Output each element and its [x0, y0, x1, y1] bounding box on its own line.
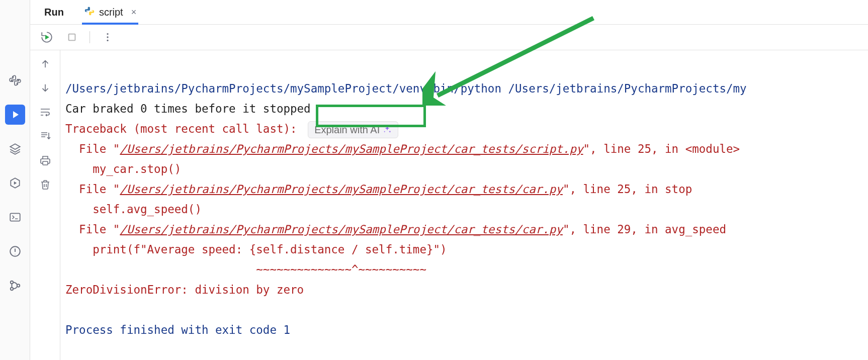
tab-script[interactable]: script ×	[84, 0, 136, 24]
command-args: /Users/jetbrains/PycharmProjects/my	[501, 82, 747, 95]
error-message: ZeroDivisionError: division by zero	[65, 283, 304, 296]
print-icon[interactable]	[38, 153, 53, 168]
left-tool-rail	[0, 0, 30, 360]
run-tool-icon[interactable]	[5, 105, 25, 125]
trash-icon[interactable]	[38, 177, 53, 192]
down-arrow-icon[interactable]	[38, 80, 53, 96]
exit-code-line: Process finished with exit code 1	[65, 323, 290, 336]
console-output: /Users/jetbrains/PycharmProjects/mySampl…	[60, 50, 868, 360]
trace-location: ", line 25, in <module>	[583, 142, 740, 155]
services-icon[interactable]	[5, 173, 25, 193]
stdout-line: Car braked 0 times before it stopped	[65, 102, 311, 115]
run-toolbar	[30, 25, 868, 50]
svg-point-5	[10, 288, 13, 290]
traceback-header: Traceback (most recent call last):	[65, 122, 297, 135]
run-tabs-bar: Run script ×	[30, 0, 868, 25]
explain-with-ai-label: Explain with AI	[314, 123, 380, 137]
trace-call: self.avg_speed()	[65, 203, 202, 216]
svg-point-11	[107, 36, 108, 38]
svg-point-7	[87, 8, 88, 9]
scroll-to-end-icon[interactable]	[38, 129, 53, 144]
file-label: File "	[65, 142, 120, 155]
terminal-icon[interactable]	[5, 207, 25, 227]
close-icon[interactable]: ×	[131, 7, 137, 18]
svg-point-4	[10, 281, 13, 284]
python-file-icon	[84, 6, 95, 19]
svg-point-6	[17, 284, 19, 287]
problems-icon[interactable]	[5, 241, 25, 261]
svg-rect-13	[43, 161, 48, 165]
explain-with-ai-button[interactable]: Explain with AI	[308, 121, 398, 138]
trace-link[interactable]: /Users/jetbrains/PycharmProjects/mySampl…	[120, 223, 563, 236]
trace-link[interactable]: /Users/jetbrains/PycharmProjects/mySampl…	[120, 183, 563, 196]
up-arrow-icon[interactable]	[38, 56, 53, 71]
layers-icon[interactable]	[5, 139, 25, 159]
command-path: /Users/jetbrains/PycharmProjects/mySampl…	[65, 82, 501, 95]
python-console-icon[interactable]	[5, 70, 25, 91]
svg-point-8	[91, 14, 92, 15]
trace-call: print(f"Average speed: {self.distance / …	[65, 243, 447, 256]
file-label: File "	[65, 183, 120, 196]
stop-icon[interactable]	[64, 30, 79, 45]
svg-point-0	[12, 76, 13, 77]
file-label: File "	[65, 223, 120, 236]
vcs-icon[interactable]	[5, 276, 25, 296]
run-panel-title: Run	[44, 7, 64, 18]
svg-point-1	[17, 83, 18, 84]
sparkle-icon	[383, 125, 392, 134]
soft-wrap-icon[interactable]	[38, 105, 53, 120]
trace-location: ", line 25, in stop	[563, 183, 692, 196]
error-caret: ~~~~~~~~~~~~~~^~~~~~~~~~~	[65, 263, 426, 276]
toolbar-divider	[90, 31, 90, 43]
trace-link[interactable]: /Users/jetbrains/PycharmProjects/mySampl…	[120, 142, 583, 155]
svg-point-10	[107, 33, 108, 35]
trace-location: ", line 29, in avg_speed	[563, 223, 726, 236]
svg-point-12	[107, 40, 108, 41]
console-gutter	[30, 50, 60, 360]
tab-script-label: script	[99, 7, 123, 18]
rerun-icon[interactable]	[39, 30, 54, 45]
trace-call: my_car.stop()	[65, 162, 181, 175]
svg-rect-9	[69, 34, 75, 41]
svg-rect-2	[10, 213, 20, 221]
more-icon[interactable]	[100, 30, 115, 45]
